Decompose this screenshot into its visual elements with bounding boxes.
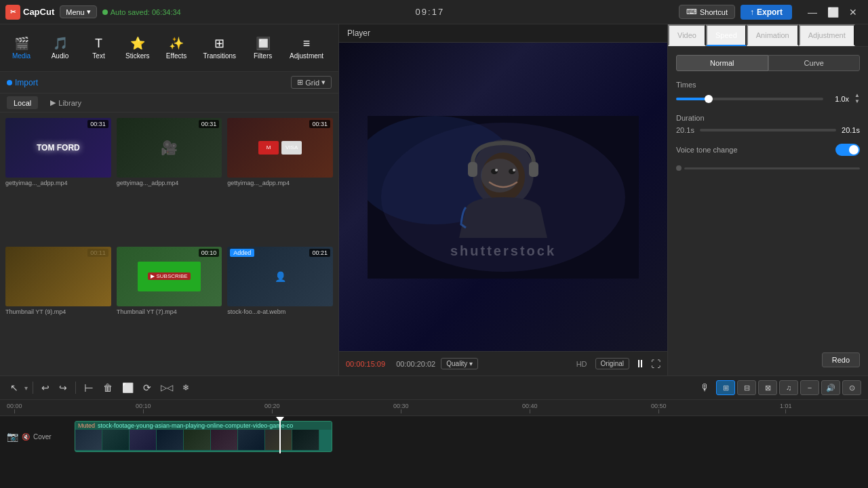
- media-tool-audio[interactable]: 🎵 Audio: [41, 33, 79, 62]
- video-clip[interactable]: Muted stock-footage-young-asian-man-play…: [75, 421, 332, 452]
- transitions-tool-label: Transitions: [203, 52, 237, 60]
- snap-button[interactable]: ⊞: [716, 380, 735, 395]
- audio-btn[interactable]: ♫: [779, 380, 798, 395]
- clip-area: Muted stock-footage-young-asian-man-play…: [75, 420, 868, 453]
- split-tool[interactable]: ⊢: [81, 380, 97, 396]
- freeze-tool[interactable]: ❄: [179, 381, 193, 394]
- original-button[interactable]: Original: [595, 358, 629, 369]
- thumb-duration-1: 00:31: [199, 120, 220, 128]
- track-mute-button[interactable]: 🔇: [21, 432, 31, 441]
- mic-button[interactable]: 🎙: [697, 380, 713, 395]
- duration-left-value: 20.1s: [676, 126, 694, 134]
- current-time-display: 00:00:15:09: [346, 360, 385, 368]
- keyboard-icon: ⌨: [686, 7, 697, 16]
- redo-button[interactable]: ↪: [56, 380, 71, 395]
- thumb-duration-4: 00:10: [199, 249, 220, 257]
- delete-tool[interactable]: 🗑: [100, 380, 116, 395]
- right-tab-speed[interactable]: Speed: [706, 24, 747, 46]
- maximize-button[interactable]: ⬜: [823, 3, 842, 22]
- thumbnail-item-3[interactable]: 00:11 Thumbnail YT (9).mp4: [5, 247, 111, 370]
- playhead-handle: [276, 417, 284, 422]
- times-down-arrow[interactable]: ▼: [854, 99, 860, 104]
- export-button[interactable]: ↑ Export: [741, 5, 792, 20]
- thumb-image-3: 00:11: [5, 247, 111, 306]
- ruler-mark-6: 1:01: [780, 403, 792, 413]
- shortcut-button[interactable]: ⌨ Shortcut: [679, 5, 735, 19]
- grid-icon: ⊞: [297, 78, 303, 87]
- main-track: 📷 🔇 Cover Muted stock-footage-young-asia…: [0, 416, 868, 457]
- added-badge-5: Added: [230, 249, 254, 257]
- fullscreen-button[interactable]: ⛶: [651, 359, 660, 369]
- thumb-image-0: 00:31 TOM FORD: [5, 118, 111, 178]
- thumbnail-item-4[interactable]: 00:10 ▶ SUBSCRIBE Thumbnail YT (7).mp4: [117, 247, 222, 370]
- times-up-arrow[interactable]: ▲: [854, 93, 860, 98]
- ruler-label-4: 00:40: [522, 403, 538, 409]
- loop-tool[interactable]: ⟳: [140, 380, 155, 395]
- source-nav: Local ▶ Library: [0, 94, 338, 113]
- thumbnail-item-2[interactable]: 00:31 MVISA gettyimag..._adpp.mp4: [227, 118, 333, 241]
- transitions-tool-icon: ⊞: [214, 36, 224, 51]
- text-tool-icon: T: [95, 37, 102, 51]
- filters-tool-icon: 🔲: [256, 36, 271, 51]
- duration-slider[interactable]: [700, 129, 836, 131]
- window-controls: — ⬜ ✕: [803, 3, 863, 22]
- quality-button[interactable]: Quality ▾: [441, 358, 478, 369]
- library-item[interactable]: ▶ Library: [43, 96, 88, 109]
- center-panel: Player: [339, 24, 668, 375]
- link-button[interactable]: ⊟: [737, 380, 756, 395]
- ruler-label-0: 00:00: [7, 403, 22, 409]
- voice-tone-toggle[interactable]: [835, 144, 860, 156]
- thumb-name-5: stock-foo...e-at.webm: [227, 308, 333, 315]
- select-tool[interactable]: ↖: [7, 380, 22, 395]
- thumb-name-2: gettyimag..._adpp.mp4: [227, 180, 333, 186]
- thumbnail-item-0[interactable]: 00:31 TOM FORD gettyimag..._adpp.mp4: [5, 118, 111, 241]
- player-area: shutterstock: [339, 43, 667, 351]
- ruler-tick-0: [14, 409, 15, 413]
- muted-label: Muted: [78, 422, 95, 429]
- thumbnail-item-5[interactable]: Added 00:21 👤 stock-foo...e-at.webm: [227, 247, 333, 370]
- media-tool-adjustment[interactable]: ≡ Adjustment: [283, 34, 330, 62]
- zoom-in-button[interactable]: 🔊: [821, 380, 840, 395]
- right-panel-tabs: VideoSpeedAnimationAdjustment: [668, 24, 868, 47]
- times-slider[interactable]: [676, 98, 823, 100]
- normal-mode-button[interactable]: Normal: [676, 55, 768, 71]
- crop-tool[interactable]: ⬜: [119, 380, 137, 395]
- pause-button[interactable]: ⏸: [635, 358, 646, 370]
- media-tool-transitions[interactable]: ⊞ Transitions: [197, 33, 243, 62]
- ruler-mark-1: 00:10: [136, 403, 151, 413]
- resolution-icon: HD: [576, 360, 587, 368]
- thumb-duration-2: 00:31: [309, 120, 330, 128]
- menu-button[interactable]: Menu ▾: [60, 5, 97, 18]
- zoom-out-button[interactable]: −: [800, 380, 819, 395]
- main-area: 🎬 Media 🎵 Audio T Text ⭐ Stickers ✨ Effe…: [0, 24, 868, 375]
- ruler-mark-4: 00:40: [522, 403, 538, 413]
- curve-mode-button[interactable]: Curve: [768, 55, 861, 71]
- import-button[interactable]: Import: [7, 78, 38, 87]
- fit-button[interactable]: ⊙: [842, 380, 861, 395]
- playhead[interactable]: [279, 420, 281, 453]
- media-tool-text[interactable]: T Text: [80, 34, 117, 62]
- media-tool-filters[interactable]: 🔲 Filters: [244, 33, 281, 62]
- redo-button[interactable]: Redo: [822, 352, 860, 367]
- media-tool-stickers[interactable]: ⭐ Stickers: [119, 33, 157, 62]
- media-tool-effects[interactable]: ✨ Effects: [158, 33, 195, 62]
- pitch-row: [676, 165, 860, 171]
- audio-tool-label: Audio: [52, 52, 69, 60]
- speed-tool[interactable]: ▷◁: [157, 381, 176, 394]
- media-tool-media[interactable]: 🎬 Media: [3, 33, 40, 62]
- local-tab[interactable]: Local: [7, 96, 38, 109]
- pitch-track[interactable]: [684, 167, 860, 169]
- frame-7: [238, 430, 265, 450]
- thumbnail-item-1[interactable]: 00:31 🎥 gettyimag..._adpp.mp4: [117, 118, 222, 241]
- undo-button[interactable]: ↩: [38, 380, 53, 395]
- grid-view-button[interactable]: ⊞ Grid ▾: [291, 76, 332, 89]
- right-tab-video[interactable]: Video: [668, 24, 706, 46]
- ruler-tick-6: [785, 409, 786, 413]
- app-title: CapCut: [23, 7, 54, 17]
- minimize-button[interactable]: —: [803, 3, 822, 22]
- speed-mode-buttons: Normal Curve: [676, 55, 860, 71]
- split-audio-button[interactable]: ⊠: [758, 380, 777, 395]
- right-tab-adjustment[interactable]: Adjustment: [799, 24, 855, 46]
- right-tab-animation[interactable]: Animation: [747, 24, 799, 46]
- close-button[interactable]: ✕: [844, 3, 863, 22]
